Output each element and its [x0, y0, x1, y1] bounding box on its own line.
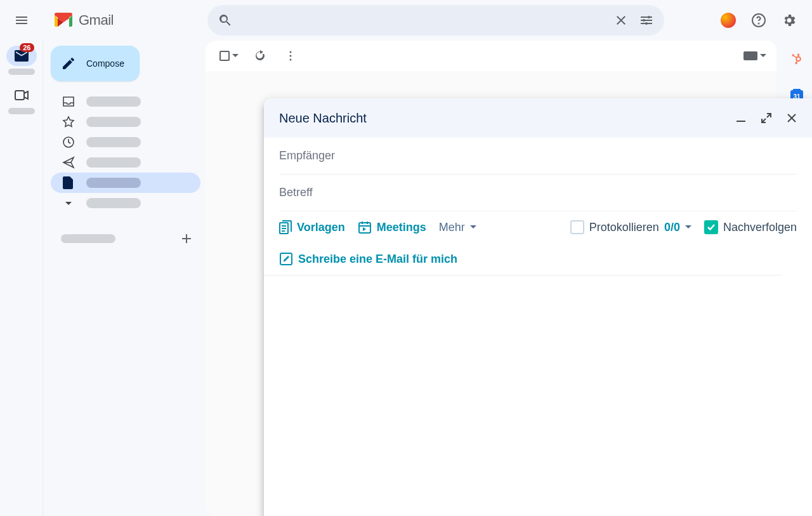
account-status[interactable] — [716, 8, 741, 33]
hubspot-log-count: 0/0 — [664, 221, 680, 234]
video-icon — [15, 90, 29, 100]
support-button[interactable] — [746, 8, 771, 33]
main-menu-button[interactable] — [6, 5, 37, 36]
nav-inbox-label — [86, 96, 141, 107]
dropdown-caret-icon — [760, 53, 766, 59]
nav-more[interactable] — [51, 193, 200, 213]
keyboard-icon — [743, 51, 757, 60]
svg-point-1 — [643, 19, 645, 22]
file-icon — [63, 176, 74, 189]
nav-inbox[interactable] — [51, 91, 200, 112]
search-clear-button[interactable] — [608, 8, 634, 33]
search-icon — [218, 13, 233, 28]
minimize-icon — [735, 112, 747, 124]
hubspot-templates-button[interactable]: Vorlagen — [279, 220, 345, 234]
caret-down-icon — [470, 224, 476, 230]
calendar-icon — [358, 220, 372, 234]
recipients-input[interactable] — [279, 149, 797, 162]
svg-point-7 — [290, 51, 292, 53]
refresh-button[interactable] — [247, 43, 273, 69]
expand-icon — [761, 112, 772, 124]
status-indicator-icon — [721, 13, 736, 28]
settings-button[interactable] — [776, 8, 802, 33]
compose-close-button[interactable] — [782, 108, 802, 128]
nav-starred[interactable] — [51, 112, 200, 132]
pencil-icon — [61, 56, 76, 71]
svg-rect-5 — [15, 91, 24, 100]
caret-down-icon — [685, 224, 691, 230]
rail-meet[interactable] — [6, 85, 37, 114]
more-actions-button[interactable] — [278, 43, 303, 69]
subject-field-row[interactable] — [279, 175, 797, 211]
svg-rect-14 — [737, 121, 745, 122]
left-rail: 26 — [0, 41, 43, 516]
hubspot-meetings-button[interactable]: Meetings — [358, 220, 426, 234]
nav-sent-label — [86, 157, 141, 168]
gear-icon — [782, 13, 797, 28]
nav-sent[interactable] — [51, 152, 200, 173]
hubspot-panel-button[interactable] — [784, 46, 809, 71]
refresh-icon — [254, 50, 266, 62]
checkbox-checked-icon — [704, 220, 718, 234]
hamburger-icon — [14, 13, 29, 28]
svg-point-4 — [759, 23, 759, 24]
subject-input[interactable] — [279, 186, 797, 199]
app-header: Gmail — [0, 0, 812, 41]
hubspot-track-label: Nachverfolgen — [723, 221, 797, 234]
hubspot-write-label: Schreibe eine E-Mail für mich — [298, 253, 457, 266]
dropdown-caret-icon — [232, 53, 239, 59]
search-input[interactable] — [238, 15, 608, 26]
hubspot-more-button[interactable]: Mehr — [439, 221, 476, 234]
rail-mail-label — [8, 69, 35, 75]
hubspot-track-toggle[interactable]: Nachverfolgen — [704, 220, 797, 234]
svg-rect-16 — [359, 223, 370, 233]
gmail-logo[interactable]: Gmail — [53, 12, 114, 29]
plus-icon — [180, 232, 193, 245]
compose-title: Neue Nachricht — [279, 111, 367, 126]
tune-icon — [639, 13, 654, 28]
clock-icon — [62, 136, 75, 149]
compose-fields — [264, 138, 812, 211]
search-options-button[interactable] — [634, 8, 659, 33]
hubspot-write-for-me-button[interactable]: Schreibe eine E-Mail für mich — [279, 252, 766, 266]
select-all-checkbox[interactable] — [216, 47, 242, 65]
labels-header — [43, 228, 206, 249]
labels-title — [61, 234, 115, 243]
add-label-button[interactable] — [180, 232, 193, 245]
compose-header[interactable]: Neue Nachricht — [264, 98, 812, 138]
hubspot-log-label: Protokollieren — [589, 221, 659, 234]
mail-toolbar — [206, 41, 776, 71]
hubspot-templates-label: Vorlagen — [297, 221, 345, 234]
rail-mail[interactable]: 26 — [6, 46, 37, 75]
compose-button[interactable]: Compose — [51, 46, 140, 81]
send-icon — [62, 156, 75, 169]
nav-drafts-label — [86, 178, 141, 188]
hubspot-meetings-label: Meetings — [377, 221, 426, 234]
search-button[interactable] — [213, 8, 238, 33]
hubspot-log-toggle[interactable]: Protokollieren 0/0 — [570, 220, 691, 234]
gmail-logo-text: Gmail — [79, 12, 114, 29]
hubspot-toolbar: Vorlagen Meetings Mehr Protokollieren 0/… — [264, 211, 812, 282]
gmail-logo-icon — [53, 13, 74, 28]
search-bar[interactable] — [207, 5, 664, 36]
recipients-field-row[interactable] — [279, 138, 797, 175]
chevron-down-icon — [62, 197, 75, 209]
compose-minimize-button[interactable] — [731, 108, 751, 128]
hubspot-icon — [790, 52, 803, 65]
compose-fullscreen-button[interactable] — [756, 108, 776, 128]
nav-snoozed[interactable] — [51, 132, 200, 152]
close-icon — [786, 112, 797, 124]
help-icon — [751, 13, 766, 28]
svg-point-0 — [648, 16, 650, 18]
sidebar: Compose — [43, 41, 206, 516]
nav-drafts[interactable] — [51, 173, 200, 193]
nav-starred-label — [86, 117, 141, 127]
svg-point-2 — [645, 22, 648, 25]
compose-window: Neue Nachricht Vorlagen Meetings — [264, 98, 812, 516]
input-tools-button[interactable] — [743, 51, 766, 60]
nav-more-label — [86, 198, 141, 208]
svg-point-8 — [290, 55, 292, 57]
svg-point-9 — [290, 59, 292, 61]
unread-badge: 26 — [20, 43, 34, 52]
inbox-icon — [62, 95, 75, 108]
